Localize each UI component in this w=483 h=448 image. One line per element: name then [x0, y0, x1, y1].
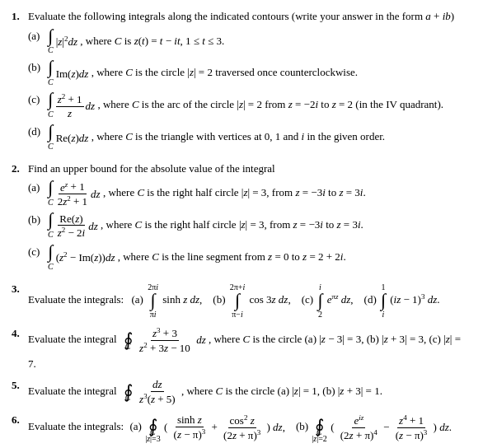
- problem-1a-content: ∫ C |z|2dz , where C is z(t) = t − it, 1…: [48, 28, 224, 57]
- problem-4-content: Evaluate the integral ∮C z3 + 3 z2 + 3z …: [28, 325, 471, 371]
- problem-2c: (c) ∫ C (z2 − Im(z))dz , where C is the …: [28, 244, 366, 273]
- problem-2a: (a) ∫ C ez + 1 2z2 + 1 dz: [28, 180, 366, 208]
- problem-6: 6. Evaluate the integrals: (a) ∮C |z|=3 …: [12, 412, 471, 443]
- problem-2: 2. Find an upper bound for the absolute …: [12, 161, 471, 276]
- problem-1b-label: (b): [28, 59, 46, 76]
- problem-1a-label: (a): [28, 28, 46, 44]
- problem-1-text: Evaluate the following integrals along t…: [28, 10, 454, 22]
- problem-1b: (b) ∫ C Im(z)dz , where C is the circle …: [28, 59, 454, 88]
- problem-2a-label: (a): [28, 180, 46, 196]
- problem-1: 1. Evaluate the following integrals alon…: [12, 8, 471, 156]
- problem-3-text: Evaluate the integrals:: [28, 293, 124, 306]
- problem-2b-label: (b): [28, 212, 46, 228]
- problem-5-content: Evaluate the integral ∮C dz z3(z + 5) , …: [28, 377, 382, 408]
- problem-2c-label: (c): [28, 244, 46, 260]
- problem-6-content: Evaluate the integrals: (a) ∮C |z|=3 ( s…: [28, 412, 452, 443]
- problem-1d-content: ∫ C Re(z)dz , where C is the triangle wi…: [48, 124, 385, 152]
- problem-5: 5. Evaluate the integral ∮C dz z3(z + 5)…: [12, 377, 471, 408]
- problem-1a: (a) ∫ C |z|2dz , where C is z(t) = t − i…: [28, 28, 454, 57]
- problem-1c-content: ∫ C z2 + 1 z dz , where C is the arc of …: [48, 91, 443, 120]
- problem-2-text: Find an upper bound for the absolute val…: [28, 162, 275, 175]
- problem-1d-label: (d): [28, 124, 46, 140]
- problem-2-content: Find an upper bound for the absolute val…: [28, 161, 366, 276]
- problem-2c-content: ∫ C (z2 − Im(z))dz , where C is the line…: [48, 244, 346, 273]
- page-content: 1. Evaluate the following integrals alon…: [12, 8, 471, 443]
- problem-3: 3. Evaluate the integrals: (a) 2πi ∫ πi …: [12, 281, 471, 321]
- problem-2-num: 2.: [12, 161, 25, 177]
- problem-1b-content: ∫ C Im(z)dz , where C is the circle |z| …: [48, 59, 358, 88]
- problem-4-text: Evaluate the integral: [28, 334, 117, 346]
- problem-6-text: Evaluate the integrals:: [28, 420, 124, 432]
- problem-1-content: Evaluate the following integrals along t…: [28, 8, 454, 156]
- problem-1c: (c) ∫ C z2 + 1 z dz: [28, 91, 454, 120]
- problem-1c-label: (c): [28, 91, 46, 108]
- problem-1d: (d) ∫ C Re(z)dz , where C is the triangl…: [28, 124, 454, 152]
- problem-4-num: 4.: [12, 325, 25, 342]
- problem-5-text: Evaluate the integral: [28, 385, 117, 397]
- problem-2b-content: ∫ C Re(z) z2 − 2i dz , where C is the ri…: [48, 212, 363, 240]
- problem-3-content: Evaluate the integrals: (a) 2πi ∫ πi sin…: [28, 281, 440, 321]
- problem-1-num: 1.: [12, 8, 25, 25]
- problem-6-num: 6.: [12, 412, 25, 428]
- problem-2b: (b) ∫ C Re(z) z2 − 2i dz: [28, 212, 366, 240]
- problem-3-num: 3.: [12, 281, 25, 297]
- problem-4: 4. Evaluate the integral ∮C z3 + 3 z2 + …: [12, 325, 471, 371]
- problem-2a-content: ∫ C ez + 1 2z2 + 1 dz , where C is the r…: [48, 180, 366, 208]
- problem-5-num: 5.: [12, 377, 25, 394]
